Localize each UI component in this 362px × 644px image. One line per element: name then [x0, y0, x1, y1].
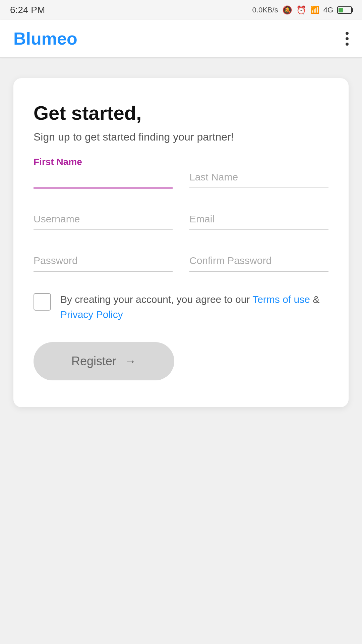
email-field [189, 209, 328, 230]
signal-icon: 📶 [310, 6, 319, 14]
card-title: Get started, [34, 102, 328, 124]
battery-fill [339, 8, 343, 12]
more-options-button[interactable] [346, 32, 349, 46]
terms-prefix: By creating your account, you agree to o… [60, 294, 252, 305]
terms-and: & [313, 294, 319, 305]
mute-icon: 🔕 [282, 5, 292, 15]
password-input[interactable] [34, 250, 173, 272]
dot-1 [346, 32, 349, 35]
last-name-input[interactable] [189, 167, 328, 188]
register-button[interactable]: Register → [34, 342, 174, 380]
app-bar: Blumeo [0, 20, 362, 57]
first-name-input[interactable] [34, 167, 173, 189]
password-field [34, 250, 173, 272]
status-time: 6:24 PM [10, 5, 45, 15]
dot-2 [346, 37, 349, 40]
register-button-label: Register [71, 354, 116, 368]
terms-of-use-link[interactable]: Terms of use [252, 294, 310, 305]
confirm-password-field [189, 250, 328, 272]
battery-icon [337, 6, 352, 14]
last-name-field [189, 167, 328, 189]
status-icons: 0.0KB/s 🔕 ⏰ 📶 4G [252, 5, 352, 15]
username-input[interactable] [34, 209, 173, 230]
app-title: Blumeo [13, 29, 77, 49]
card-subtitle: Sign up to get started finding your part… [34, 131, 328, 143]
terms-checkbox[interactable] [34, 293, 51, 311]
signup-card: Get started, Sign up to get started find… [13, 78, 349, 407]
status-bar: 6:24 PM 0.0KB/s 🔕 ⏰ 📶 4G [0, 0, 362, 20]
dot-3 [346, 43, 349, 46]
battery-box [337, 6, 352, 14]
network-type: 4G [323, 6, 333, 14]
confirm-password-input[interactable] [189, 250, 328, 272]
username-field [34, 209, 173, 230]
network-speed: 0.0KB/s [252, 6, 278, 14]
privacy-policy-link[interactable]: Privacy Policy [60, 309, 123, 320]
first-name-field: First Name [34, 167, 173, 189]
main-content: Get started, Sign up to get started find… [0, 58, 362, 427]
first-name-label: First Name [34, 157, 82, 167]
password-row [34, 250, 328, 272]
terms-row: By creating your account, you agree to o… [34, 292, 328, 322]
email-input[interactable] [189, 209, 328, 230]
terms-text: By creating your account, you agree to o… [60, 292, 328, 322]
username-email-row [34, 209, 328, 230]
register-arrow-icon: → [124, 354, 136, 368]
alarm-icon: ⏰ [296, 5, 306, 15]
name-row: First Name [34, 167, 328, 189]
